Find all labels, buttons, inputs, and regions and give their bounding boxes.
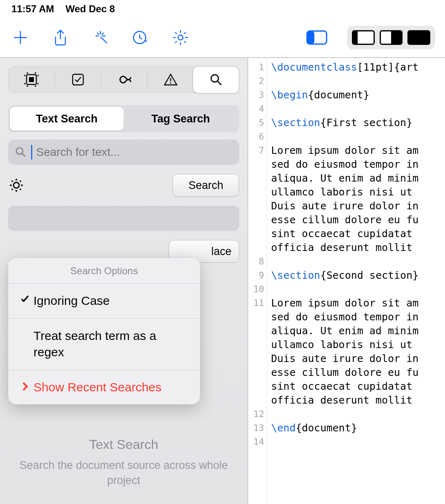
nav-infinity[interactable] <box>101 67 147 93</box>
option-ignoring-case-label: Ignoring Case <box>33 293 190 309</box>
layout-editor-only[interactable] <box>352 30 375 45</box>
share-icon[interactable] <box>50 27 71 48</box>
nav-outline[interactable] <box>9 67 54 93</box>
svg-line-13 <box>218 81 221 85</box>
sidebar-toggle-icon[interactable] <box>305 29 328 47</box>
popover-title: Search Options <box>8 258 200 284</box>
code-editor[interactable]: 1234567891011121314 \documentclass[11pt]… <box>248 58 445 504</box>
status-bar: 11:57 AM Wed Dec 8 <box>0 0 445 18</box>
search-panel: Text Search Tag Search Search Replacelac… <box>0 58 248 504</box>
svg-point-12 <box>211 75 218 82</box>
nav-search[interactable] <box>193 66 239 93</box>
option-regex[interactable]: Treat search term as a regex <box>8 319 200 370</box>
code-content[interactable]: \documentclass[11pt]{art \begin{document… <box>267 58 445 504</box>
empty-title: Text Search <box>16 437 231 452</box>
search-options-popover: Search Options Ignoring Case Treat searc… <box>8 258 200 404</box>
status-date: Wed Dec 8 <box>65 3 115 15</box>
option-ignoring-case[interactable]: Ignoring Case <box>8 284 200 319</box>
tab-tag-search[interactable]: Tag Search <box>124 107 238 131</box>
svg-line-2 <box>100 37 107 43</box>
wand-icon[interactable] <box>90 27 111 48</box>
search-button-label: Search <box>188 179 223 192</box>
option-regex-label: Treat search term as a regex <box>33 328 190 361</box>
search-button[interactable]: Search <box>172 174 239 197</box>
layout-split[interactable] <box>380 30 403 45</box>
empty-state: Text Search Search the document source a… <box>0 437 247 488</box>
svg-point-4 <box>178 35 183 40</box>
replace-input-field[interactable] <box>8 206 239 231</box>
navigator-segmented-control[interactable] <box>8 66 239 93</box>
svg-point-11 <box>170 82 171 83</box>
nav-checklist[interactable] <box>55 67 101 93</box>
line-gutter: 1234567891011121314 <box>248 58 267 504</box>
layout-segmented-control[interactable] <box>347 26 435 49</box>
option-recent-searches[interactable]: Show Recent Searches <box>8 370 200 405</box>
tab-text-search[interactable]: Text Search <box>10 107 124 131</box>
chevron-right-icon <box>18 379 32 391</box>
search-mode-tabs[interactable]: Text Search Tag Search <box>8 105 239 132</box>
svg-rect-6 <box>307 31 314 44</box>
plus-icon[interactable] <box>10 27 31 48</box>
svg-rect-8 <box>29 77 34 82</box>
tab-tag-search-label: Tag Search <box>151 113 210 125</box>
option-recent-label: Show Recent Searches <box>33 379 190 396</box>
search-input-field[interactable] <box>8 140 239 165</box>
gear-icon[interactable] <box>170 27 191 48</box>
svg-rect-9 <box>73 74 83 85</box>
empty-subtitle: Search the document source across whole … <box>16 458 231 488</box>
status-time: 11:57 AM <box>11 3 54 15</box>
clock-forward-icon[interactable] <box>130 27 151 48</box>
tab-text-search-label: Text Search <box>36 113 98 125</box>
text-cursor <box>31 145 32 160</box>
search-options-button[interactable] <box>8 177 24 193</box>
checkmark-icon <box>18 293 32 303</box>
search-icon <box>15 146 27 158</box>
layout-preview-only[interactable] <box>407 30 430 45</box>
svg-point-14 <box>16 148 23 154</box>
nav-warnings[interactable] <box>148 67 194 93</box>
top-toolbar <box>0 18 445 57</box>
svg-line-15 <box>22 153 25 157</box>
search-input[interactable] <box>36 146 233 159</box>
